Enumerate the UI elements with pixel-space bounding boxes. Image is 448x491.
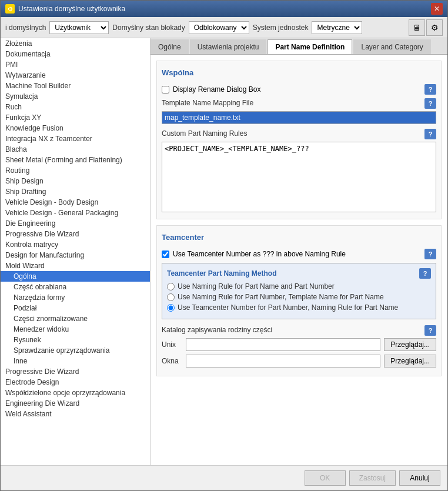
toolbar-icons: 🖥 ⚙ [409, 19, 443, 36]
sidebar-item-funkcja-xy[interactable]: Funkcja XY [1, 112, 150, 123]
title-bar: ⚙ Ustawienia domyślne użytkownika ✕ [1, 1, 447, 17]
radio-naming-2[interactable] [167, 293, 175, 301]
display-rename-help[interactable]: ? [424, 84, 436, 95]
toolbar: i domyślnych Użytkownik Administrator Do… [1, 17, 447, 38]
custom-naming-header-row: Custom Part Naming Rules ? [162, 129, 436, 139]
content-area: Ogólne Ustawienia projektu Part Name Def… [151, 38, 447, 465]
sidebar-item-rysunek[interactable]: Rysunek [1, 335, 150, 345]
sidebar-item-sheet-metal[interactable]: Sheet Metal (Forming and Flattening) [1, 155, 150, 165]
sidebar-item-progressive-die2[interactable]: Progressive Die Wizard [1, 366, 150, 377]
sidebar-item-design-for-manufacturing[interactable]: Design for Manufacturing [1, 250, 150, 260]
zastosuj-button[interactable]: Zastosuj [349, 470, 396, 486]
sidebar-item-mold-wizard[interactable]: Mold Wizard [1, 260, 150, 271]
anuluj-button[interactable]: Anuluj [399, 470, 440, 486]
sidebar-item-blacha[interactable]: Blacha [1, 144, 150, 155]
sidebar-item-czesci-znorm[interactable]: Części znormalizowane [1, 313, 150, 324]
tab-content: Wspólna Display Rename Dialog Box ? Temp… [151, 55, 447, 465]
catalog-section: Katalog zapisywania rodziny części ? Uni… [162, 325, 436, 368]
sidebar-item-die-engineering[interactable]: Die Engineering [1, 218, 150, 229]
custom-naming-textarea[interactable]: <PROJECT_NAME>_<TEMPLATE_NAME>_??? [162, 142, 436, 212]
use-tc-number-help[interactable]: ? [424, 249, 436, 259]
tc-naming-method-help[interactable]: ? [419, 268, 431, 279]
toolbar-label2: Domyślny stan blokady [112, 24, 185, 32]
sidebar-item-routing[interactable]: Routing [1, 165, 150, 176]
sidebar-item-czesc-obrabiana[interactable]: Część obrabiana [1, 282, 150, 292]
teamcenter-header: Teamcenter [162, 233, 204, 242]
sidebar-item-integracja[interactable]: Integracja NX z Teamcenter [1, 133, 150, 144]
tc-naming-method-title: Teamcenter Part Naming Method ? [167, 268, 431, 279]
sidebar-item-machine-tool-builder[interactable]: Machine Tool Builder [1, 81, 150, 91]
tab-ogolne[interactable]: Ogólne [151, 39, 189, 54]
catalog-label: Katalog zapisywania rodziny części [162, 326, 272, 334]
sidebar-item-wspoldzielone[interactable]: Współdzielone opcje oprzyrządowania [1, 388, 150, 398]
window-icon: ⚙ [5, 4, 15, 14]
template-mapping-header-row: Template Name Mapping File ? [162, 98, 436, 109]
sidebar-item-ship-drafting[interactable]: Ship Drafting [1, 186, 150, 197]
sidebar-item-pmi[interactable]: PMI [1, 59, 150, 70]
radio-naming-1[interactable] [167, 283, 175, 290]
sidebar-item-wytwarzanie[interactable]: Wytwarzanie [1, 70, 150, 81]
tab-layer-and-category[interactable]: Layer and Category [353, 39, 430, 54]
radio-row-1: Use Naming Rule for Part Name and Part N… [167, 282, 431, 290]
unix-browse-button[interactable]: Przeglądaj... [384, 338, 436, 351]
sidebar-item-inne[interactable]: Inne [1, 356, 150, 366]
custom-naming-help[interactable]: ? [424, 129, 436, 139]
tc-naming-method-group: Teamcenter Part Naming Method ? Use Nami… [162, 263, 436, 319]
sidebar-item-podzial[interactable]: Podział [1, 303, 150, 313]
display-rename-row: Display Rename Dialog Box ? [162, 84, 436, 95]
unix-input[interactable] [186, 338, 380, 351]
close-button[interactable]: ✕ [431, 3, 443, 15]
sidebar-item-engineering-die[interactable]: Engineering Die Wizard [1, 398, 150, 409]
use-tc-number-row: Use Teamcenter Number as ??? in above Na… [162, 249, 436, 259]
sidebar-item-menedzer[interactable]: Menedzer widoku [1, 324, 150, 335]
custom-naming-label: Custom Part Naming Rules [162, 129, 247, 138]
okna-row: Okna Przeglądaj... [162, 355, 436, 368]
window-title: Ustawienia domyślne użytkownika [18, 5, 125, 13]
user-select[interactable]: Użytkownik Administrator [49, 21, 109, 34]
tabs: Ogólne Ustawienia projektu Part Name Def… [151, 38, 447, 55]
radio-label-2: Use Naming Rule for Part Number, Templat… [178, 293, 384, 301]
tab-part-name-definition[interactable]: Part Name Definition [268, 39, 352, 54]
sidebar-item-vehicle-packaging[interactable]: Vehicle Design - General Packaging [1, 208, 150, 218]
sidebar-item-dokumentacja[interactable]: Dokumentacja [1, 49, 150, 59]
sidebar-item-narzedzia-formy[interactable]: Narzędzia formy [1, 292, 150, 303]
radio-row-3: Use Teamcenter Number for Part Number, N… [167, 303, 431, 312]
sidebar-item-weld-assistant[interactable]: Weld Assistant [1, 409, 150, 419]
sidebar-item-ruch[interactable]: Ruch [1, 102, 150, 112]
catalog-help[interactable]: ? [424, 325, 436, 336]
toolbar-label1: i domyślnych [5, 24, 46, 32]
wspolna-header: Wspólna [162, 68, 193, 77]
toolbar-icon-btn-1[interactable]: 🖥 [409, 19, 425, 36]
sidebar-item-zlozenia[interactable]: Złożenia [1, 38, 150, 49]
units-select[interactable]: Metryczne Calowe [312, 21, 362, 34]
okna-label: Okna [162, 357, 182, 365]
sidebar-item-kontrola[interactable]: Kontrola matrycy [1, 239, 150, 250]
sidebar-item-electrode[interactable]: Electrode Design [1, 377, 150, 388]
sidebar-item-ogolna[interactable]: Ogólna [1, 271, 150, 282]
use-tc-number-checkbox[interactable] [162, 250, 169, 258]
sidebar-item-ship-design[interactable]: Ship Design [1, 176, 150, 186]
display-rename-checkbox[interactable] [162, 86, 169, 93]
okna-input[interactable] [186, 355, 380, 368]
sidebar-item-symulacja[interactable]: Symulacja [1, 91, 150, 102]
tab-ustawienia-projektu[interactable]: Ustawienia projektu [190, 39, 267, 54]
okna-browse-button[interactable]: Przeglądaj... [384, 355, 436, 368]
sidebar-item-progressive-die[interactable]: Progressive Die Wizard [1, 229, 150, 239]
sidebar-item-vehicle-body[interactable]: Vehicle Design - Body Design [1, 197, 150, 208]
unix-label: Unix [162, 340, 182, 349]
template-mapping-input[interactable]: map_template_name.txt [162, 111, 436, 124]
catalog-header-row: Katalog zapisywania rodziny części ? [162, 325, 436, 336]
template-mapping-label: Template Name Mapping File [162, 99, 253, 107]
toolbar-icon-btn-2[interactable]: ⚙ [426, 19, 443, 36]
sidebar-item-knowledge-fusion[interactable]: Knowledge Fusion [1, 123, 150, 133]
sidebar-item-sprawdzanie[interactable]: Sprawdzanie oprzyrządowania [1, 345, 150, 356]
lock-state-select[interactable]: Odblokowany Zablokowany [189, 21, 249, 34]
ok-button[interactable]: OK [305, 470, 346, 486]
template-mapping-help[interactable]: ? [424, 98, 436, 109]
wspolna-header-row: Wspólna [162, 66, 436, 82]
display-rename-label: Display Rename Dialog Box [173, 85, 260, 93]
radio-naming-3[interactable] [167, 304, 175, 312]
title-bar-left: ⚙ Ustawienia domyślne użytkownika [5, 4, 125, 14]
toolbar-label3: System jednostek [253, 24, 309, 32]
main-window: ⚙ Ustawienia domyślne użytkownika ✕ i do… [0, 0, 448, 491]
